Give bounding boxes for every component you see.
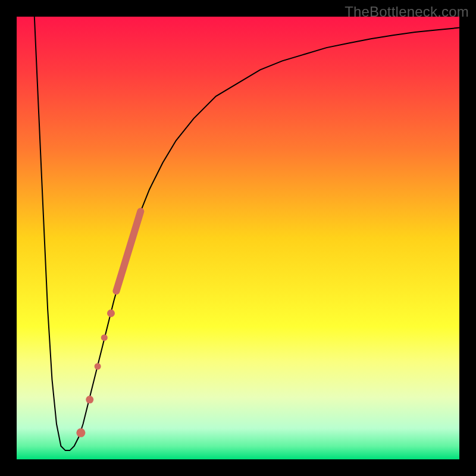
dot-5 (76, 428, 85, 437)
dot-1 (107, 309, 115, 317)
dot-4 (86, 396, 93, 403)
chart-plot-area (17, 17, 459, 459)
watermark-label: TheBottleneck.com (345, 4, 469, 20)
chart-frame: TheBottleneck.com (0, 0, 476, 476)
chart-svg (17, 17, 459, 459)
dot-2 (101, 334, 108, 341)
dot-3 (95, 363, 101, 369)
